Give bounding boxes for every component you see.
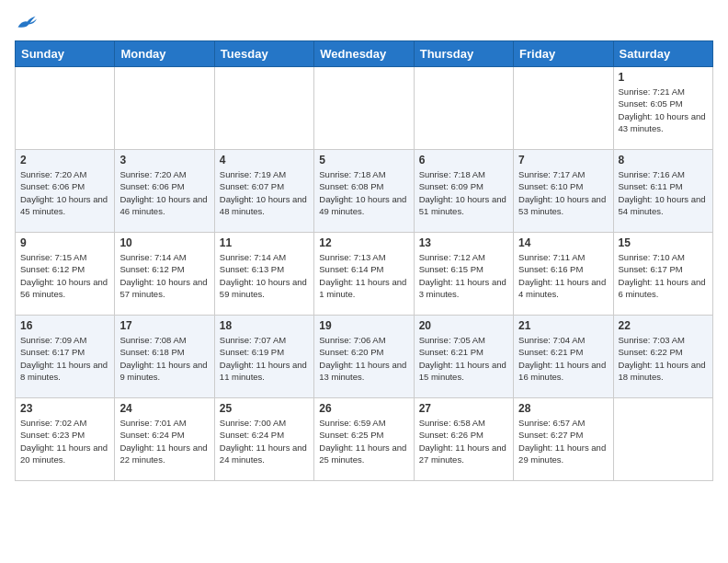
day-info: Sunrise: 7:03 AM Sunset: 6:22 PM Dayligh… bbox=[619, 334, 708, 383]
day-number: 28 bbox=[518, 402, 608, 415]
calendar-day-cell: 5Sunrise: 7:18 AM Sunset: 6:08 PM Daylig… bbox=[314, 150, 414, 233]
day-number: 12 bbox=[319, 236, 408, 249]
day-number: 13 bbox=[419, 236, 508, 249]
calendar-day-cell: 7Sunrise: 7:17 AM Sunset: 6:10 PM Daylig… bbox=[514, 150, 613, 233]
day-number: 27 bbox=[419, 402, 508, 415]
weekday-header-friday: Friday bbox=[514, 41, 613, 67]
weekday-header-tuesday: Tuesday bbox=[214, 41, 313, 67]
day-number: 19 bbox=[319, 319, 408, 332]
calendar-week-row: 2Sunrise: 7:20 AM Sunset: 6:06 PM Daylig… bbox=[16, 150, 713, 233]
calendar-day-cell: 12Sunrise: 7:13 AM Sunset: 6:14 PM Dayli… bbox=[314, 233, 414, 316]
day-number: 11 bbox=[220, 236, 309, 249]
calendar-day-cell: 8Sunrise: 7:16 AM Sunset: 6:11 PM Daylig… bbox=[613, 150, 712, 233]
calendar-week-row: 1Sunrise: 7:21 AM Sunset: 6:05 PM Daylig… bbox=[16, 67, 713, 150]
day-info: Sunrise: 6:59 AM Sunset: 6:25 PM Dayligh… bbox=[319, 417, 408, 465]
day-number: 23 bbox=[20, 402, 109, 415]
calendar-day-cell: 22Sunrise: 7:03 AM Sunset: 6:22 PM Dayli… bbox=[613, 316, 712, 398]
calendar-day-cell: 18Sunrise: 7:07 AM Sunset: 6:19 PM Dayli… bbox=[214, 316, 313, 398]
day-info: Sunrise: 7:05 AM Sunset: 6:21 PM Dayligh… bbox=[419, 334, 508, 383]
day-number: 18 bbox=[220, 319, 309, 332]
calendar-day-cell: 9Sunrise: 7:15 AM Sunset: 6:12 PM Daylig… bbox=[16, 233, 115, 316]
day-number: 2 bbox=[20, 154, 109, 167]
day-info: Sunrise: 7:19 AM Sunset: 6:07 PM Dayligh… bbox=[220, 168, 309, 217]
day-info: Sunrise: 7:17 AM Sunset: 6:10 PM Dayligh… bbox=[518, 168, 608, 217]
day-info: Sunrise: 7:09 AM Sunset: 6:17 PM Dayligh… bbox=[20, 334, 109, 383]
calendar-day-cell bbox=[115, 67, 214, 150]
day-info: Sunrise: 7:16 AM Sunset: 6:11 PM Dayligh… bbox=[619, 168, 708, 217]
day-info: Sunrise: 6:57 AM Sunset: 6:27 PM Dayligh… bbox=[518, 417, 608, 465]
calendar-day-cell: 3Sunrise: 7:20 AM Sunset: 6:06 PM Daylig… bbox=[115, 150, 214, 233]
day-number: 20 bbox=[419, 319, 508, 332]
day-number: 24 bbox=[119, 402, 209, 415]
day-info: Sunrise: 7:00 AM Sunset: 6:24 PM Dayligh… bbox=[220, 417, 309, 465]
day-number: 17 bbox=[119, 319, 209, 332]
day-info: Sunrise: 7:18 AM Sunset: 6:09 PM Dayligh… bbox=[419, 168, 508, 217]
day-number: 5 bbox=[319, 154, 408, 167]
day-number: 6 bbox=[419, 154, 508, 167]
day-number: 9 bbox=[20, 236, 109, 249]
day-number: 7 bbox=[518, 154, 608, 167]
day-info: Sunrise: 7:01 AM Sunset: 6:24 PM Dayligh… bbox=[119, 417, 209, 465]
day-info: Sunrise: 7:04 AM Sunset: 6:21 PM Dayligh… bbox=[518, 334, 608, 383]
calendar-day-cell: 6Sunrise: 7:18 AM Sunset: 6:09 PM Daylig… bbox=[414, 150, 513, 233]
calendar-day-cell: 17Sunrise: 7:08 AM Sunset: 6:18 PM Dayli… bbox=[115, 316, 214, 398]
day-info: Sunrise: 7:14 AM Sunset: 6:13 PM Dayligh… bbox=[220, 251, 309, 300]
logo-bird-icon bbox=[17, 15, 37, 31]
calendar-day-cell bbox=[514, 67, 613, 150]
calendar-day-cell: 23Sunrise: 7:02 AM Sunset: 6:23 PM Dayli… bbox=[16, 398, 115, 481]
calendar-day-cell: 2Sunrise: 7:20 AM Sunset: 6:06 PM Daylig… bbox=[16, 150, 115, 233]
day-info: Sunrise: 7:07 AM Sunset: 6:19 PM Dayligh… bbox=[220, 334, 309, 383]
calendar-week-row: 16Sunrise: 7:09 AM Sunset: 6:17 PM Dayli… bbox=[16, 316, 713, 398]
day-info: Sunrise: 7:11 AM Sunset: 6:16 PM Dayligh… bbox=[518, 251, 608, 300]
calendar-day-cell bbox=[414, 67, 513, 150]
day-number: 22 bbox=[619, 319, 708, 332]
calendar-day-cell: 4Sunrise: 7:19 AM Sunset: 6:07 PM Daylig… bbox=[214, 150, 313, 233]
calendar-day-cell: 27Sunrise: 6:58 AM Sunset: 6:26 PM Dayli… bbox=[414, 398, 513, 481]
calendar-day-cell bbox=[613, 398, 712, 481]
day-number: 3 bbox=[119, 154, 209, 167]
day-info: Sunrise: 7:08 AM Sunset: 6:18 PM Dayligh… bbox=[119, 334, 209, 383]
day-number: 26 bbox=[319, 402, 408, 415]
calendar-day-cell: 13Sunrise: 7:12 AM Sunset: 6:15 PM Dayli… bbox=[414, 233, 513, 316]
calendar-day-cell: 14Sunrise: 7:11 AM Sunset: 6:16 PM Dayli… bbox=[514, 233, 613, 316]
day-info: Sunrise: 7:21 AM Sunset: 6:05 PM Dayligh… bbox=[619, 86, 708, 134]
day-info: Sunrise: 6:58 AM Sunset: 6:26 PM Dayligh… bbox=[419, 417, 508, 465]
day-number: 21 bbox=[518, 319, 608, 332]
calendar-day-cell: 21Sunrise: 7:04 AM Sunset: 6:21 PM Dayli… bbox=[514, 316, 613, 398]
day-number: 10 bbox=[119, 236, 209, 249]
day-number: 8 bbox=[619, 154, 708, 167]
weekday-header-saturday: Saturday bbox=[613, 41, 712, 67]
day-info: Sunrise: 7:20 AM Sunset: 6:06 PM Dayligh… bbox=[20, 168, 109, 217]
calendar-day-cell: 15Sunrise: 7:10 AM Sunset: 6:17 PM Dayli… bbox=[613, 233, 712, 316]
calendar-week-row: 9Sunrise: 7:15 AM Sunset: 6:12 PM Daylig… bbox=[16, 233, 713, 316]
page-header bbox=[15, 15, 713, 31]
calendar-day-cell: 16Sunrise: 7:09 AM Sunset: 6:17 PM Dayli… bbox=[16, 316, 115, 398]
day-info: Sunrise: 7:14 AM Sunset: 6:12 PM Dayligh… bbox=[119, 251, 209, 300]
calendar-day-cell: 10Sunrise: 7:14 AM Sunset: 6:12 PM Dayli… bbox=[115, 233, 214, 316]
weekday-header-monday: Monday bbox=[115, 41, 214, 67]
day-info: Sunrise: 7:10 AM Sunset: 6:17 PM Dayligh… bbox=[619, 251, 708, 300]
day-info: Sunrise: 7:02 AM Sunset: 6:23 PM Dayligh… bbox=[20, 417, 109, 465]
day-info: Sunrise: 7:18 AM Sunset: 6:08 PM Dayligh… bbox=[319, 168, 408, 217]
day-info: Sunrise: 7:15 AM Sunset: 6:12 PM Dayligh… bbox=[20, 251, 109, 300]
calendar-day-cell: 25Sunrise: 7:00 AM Sunset: 6:24 PM Dayli… bbox=[214, 398, 313, 481]
day-info: Sunrise: 7:06 AM Sunset: 6:20 PM Dayligh… bbox=[319, 334, 408, 383]
day-number: 15 bbox=[619, 236, 708, 249]
logo bbox=[15, 15, 37, 31]
day-number: 1 bbox=[619, 71, 708, 84]
calendar-day-cell bbox=[16, 67, 115, 150]
calendar-week-row: 23Sunrise: 7:02 AM Sunset: 6:23 PM Dayli… bbox=[16, 398, 713, 481]
calendar-day-cell: 26Sunrise: 6:59 AM Sunset: 6:25 PM Dayli… bbox=[314, 398, 414, 481]
weekday-header-sunday: Sunday bbox=[16, 41, 115, 67]
calendar-day-cell: 1Sunrise: 7:21 AM Sunset: 6:05 PM Daylig… bbox=[613, 67, 712, 150]
calendar-day-cell: 19Sunrise: 7:06 AM Sunset: 6:20 PM Dayli… bbox=[314, 316, 414, 398]
day-number: 25 bbox=[220, 402, 309, 415]
calendar-day-cell bbox=[214, 67, 313, 150]
calendar-day-cell bbox=[314, 67, 414, 150]
day-info: Sunrise: 7:13 AM Sunset: 6:14 PM Dayligh… bbox=[319, 251, 408, 300]
day-number: 16 bbox=[20, 319, 109, 332]
calendar-table: SundayMondayTuesdayWednesdayThursdayFrid… bbox=[15, 40, 713, 481]
calendar-day-cell: 28Sunrise: 6:57 AM Sunset: 6:27 PM Dayli… bbox=[514, 398, 613, 481]
calendar-day-cell: 24Sunrise: 7:01 AM Sunset: 6:24 PM Dayli… bbox=[115, 398, 214, 481]
day-number: 14 bbox=[518, 236, 608, 249]
